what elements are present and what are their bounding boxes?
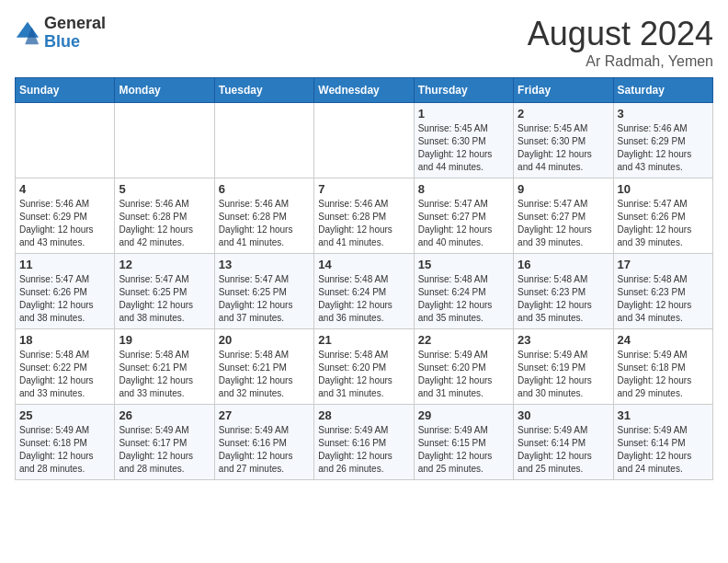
calendar-cell: 31Sunrise: 5:49 AM Sunset: 6:14 PM Dayli…	[613, 405, 712, 480]
day-number: 13	[219, 258, 310, 271]
title-block: August 2024 Ar Radmah, Yemen	[528, 15, 713, 70]
day-number: 18	[19, 333, 110, 347]
calendar-cell: 30Sunrise: 5:49 AM Sunset: 6:14 PM Dayli…	[514, 405, 613, 480]
day-info: Sunrise: 5:49 AM Sunset: 6:16 PM Dayligh…	[219, 424, 310, 476]
day-info: Sunrise: 5:49 AM Sunset: 6:14 PM Dayligh…	[618, 424, 709, 476]
day-number: 4	[19, 182, 110, 196]
day-number: 31	[618, 408, 709, 422]
day-info: Sunrise: 5:46 AM Sunset: 6:29 PM Dayligh…	[618, 122, 709, 174]
calendar-cell: 24Sunrise: 5:49 AM Sunset: 6:18 PM Dayli…	[613, 329, 712, 405]
calendar-cell: 14Sunrise: 5:48 AM Sunset: 6:24 PM Dayli…	[314, 254, 414, 329]
calendar-cell: 23Sunrise: 5:49 AM Sunset: 6:19 PM Dayli…	[514, 329, 613, 405]
day-number: 3	[618, 107, 709, 121]
day-info: Sunrise: 5:45 AM Sunset: 6:30 PM Dayligh…	[418, 122, 509, 174]
calendar-cell: 10Sunrise: 5:47 AM Sunset: 6:26 PM Dayli…	[613, 178, 712, 254]
day-info: Sunrise: 5:48 AM Sunset: 6:21 PM Dayligh…	[119, 349, 210, 400]
calendar-cell: 20Sunrise: 5:48 AM Sunset: 6:21 PM Dayli…	[214, 329, 313, 405]
calendar-cell: 9Sunrise: 5:47 AM Sunset: 6:27 PM Daylig…	[514, 178, 613, 254]
day-number: 27	[219, 408, 310, 422]
day-info: Sunrise: 5:48 AM Sunset: 6:22 PM Dayligh…	[19, 349, 110, 400]
day-info: Sunrise: 5:49 AM Sunset: 6:15 PM Dayligh…	[418, 424, 509, 476]
calendar-cell: 28Sunrise: 5:49 AM Sunset: 6:16 PM Dayli…	[314, 405, 414, 480]
weekday-header: Sunday	[16, 78, 115, 103]
calendar-cell	[214, 103, 313, 178]
calendar-cell: 12Sunrise: 5:47 AM Sunset: 6:25 PM Dayli…	[115, 254, 214, 329]
day-info: Sunrise: 5:49 AM Sunset: 6:20 PM Dayligh…	[418, 349, 509, 400]
day-info: Sunrise: 5:47 AM Sunset: 6:26 PM Dayligh…	[618, 198, 709, 249]
day-number: 6	[219, 182, 310, 196]
calendar-cell: 27Sunrise: 5:49 AM Sunset: 6:16 PM Dayli…	[214, 405, 313, 480]
day-info: Sunrise: 5:49 AM Sunset: 6:16 PM Dayligh…	[318, 424, 409, 476]
day-number: 30	[518, 408, 609, 422]
calendar-cell: 16Sunrise: 5:48 AM Sunset: 6:23 PM Dayli…	[514, 254, 613, 329]
calendar-cell	[115, 103, 214, 178]
day-info: Sunrise: 5:45 AM Sunset: 6:30 PM Dayligh…	[518, 122, 609, 174]
svg-marker-0	[17, 22, 39, 38]
day-info: Sunrise: 5:48 AM Sunset: 6:23 PM Dayligh…	[518, 273, 609, 325]
day-info: Sunrise: 5:48 AM Sunset: 6:23 PM Dayligh…	[618, 273, 709, 325]
weekday-header: Monday	[115, 78, 214, 103]
page-header: General Blue August 2024 Ar Radmah, Yeme…	[15, 15, 713, 70]
weekday-header: Wednesday	[314, 78, 414, 103]
day-info: Sunrise: 5:47 AM Sunset: 6:25 PM Dayligh…	[119, 273, 210, 325]
calendar-cell: 21Sunrise: 5:48 AM Sunset: 6:20 PM Dayli…	[314, 329, 414, 405]
calendar-cell: 22Sunrise: 5:49 AM Sunset: 6:20 PM Dayli…	[414, 329, 513, 405]
calendar-cell: 3Sunrise: 5:46 AM Sunset: 6:29 PM Daylig…	[613, 103, 712, 178]
day-info: Sunrise: 5:49 AM Sunset: 6:14 PM Dayligh…	[518, 424, 609, 476]
calendar-cell: 8Sunrise: 5:47 AM Sunset: 6:27 PM Daylig…	[414, 178, 513, 254]
day-info: Sunrise: 5:47 AM Sunset: 6:25 PM Dayligh…	[219, 273, 310, 325]
calendar-cell: 2Sunrise: 5:45 AM Sunset: 6:30 PM Daylig…	[514, 103, 613, 178]
day-number: 23	[518, 333, 609, 347]
calendar-cell: 18Sunrise: 5:48 AM Sunset: 6:22 PM Dayli…	[16, 329, 115, 405]
day-number: 1	[418, 107, 509, 121]
day-number: 21	[318, 333, 409, 347]
day-number: 15	[418, 258, 509, 271]
day-info: Sunrise: 5:48 AM Sunset: 6:20 PM Dayligh…	[318, 349, 409, 400]
calendar-cell	[16, 103, 115, 178]
calendar-cell: 4Sunrise: 5:46 AM Sunset: 6:29 PM Daylig…	[16, 178, 115, 254]
calendar-week-row: 18Sunrise: 5:48 AM Sunset: 6:22 PM Dayli…	[16, 329, 713, 405]
calendar-cell: 15Sunrise: 5:48 AM Sunset: 6:24 PM Dayli…	[414, 254, 513, 329]
day-number: 9	[518, 182, 609, 196]
day-info: Sunrise: 5:49 AM Sunset: 6:18 PM Dayligh…	[618, 349, 709, 400]
day-number: 5	[119, 182, 210, 196]
day-number: 19	[119, 333, 210, 347]
calendar-cell: 5Sunrise: 5:46 AM Sunset: 6:28 PM Daylig…	[115, 178, 214, 254]
weekday-header: Tuesday	[214, 78, 313, 103]
logo-icon	[15, 20, 40, 46]
weekday-header-row: SundayMondayTuesdayWednesdayThursdayFrid…	[16, 78, 713, 103]
calendar-week-row: 4Sunrise: 5:46 AM Sunset: 6:29 PM Daylig…	[16, 178, 713, 254]
day-info: Sunrise: 5:48 AM Sunset: 6:21 PM Dayligh…	[219, 349, 310, 400]
day-info: Sunrise: 5:46 AM Sunset: 6:28 PM Dayligh…	[119, 198, 210, 249]
day-number: 20	[219, 333, 310, 347]
calendar-week-row: 1Sunrise: 5:45 AM Sunset: 6:30 PM Daylig…	[16, 103, 713, 178]
day-info: Sunrise: 5:49 AM Sunset: 6:19 PM Dayligh…	[518, 349, 609, 400]
logo-general-text: General	[44, 15, 106, 33]
calendar-cell: 6Sunrise: 5:46 AM Sunset: 6:28 PM Daylig…	[214, 178, 313, 254]
location: Ar Radmah, Yemen	[528, 53, 713, 70]
calendar-table: SundayMondayTuesdayWednesdayThursdayFrid…	[15, 77, 713, 480]
calendar-week-row: 11Sunrise: 5:47 AM Sunset: 6:26 PM Dayli…	[16, 254, 713, 329]
calendar-cell: 26Sunrise: 5:49 AM Sunset: 6:17 PM Dayli…	[115, 405, 214, 480]
day-info: Sunrise: 5:47 AM Sunset: 6:26 PM Dayligh…	[19, 273, 110, 325]
calendar-cell	[314, 103, 414, 178]
calendar-cell: 25Sunrise: 5:49 AM Sunset: 6:18 PM Dayli…	[16, 405, 115, 480]
day-number: 25	[19, 408, 110, 422]
logo-blue-text: Blue	[44, 33, 106, 52]
day-info: Sunrise: 5:46 AM Sunset: 6:28 PM Dayligh…	[219, 198, 310, 249]
calendar-cell: 1Sunrise: 5:45 AM Sunset: 6:30 PM Daylig…	[414, 103, 513, 178]
day-info: Sunrise: 5:48 AM Sunset: 6:24 PM Dayligh…	[418, 273, 509, 325]
day-number: 10	[618, 182, 709, 196]
weekday-header: Friday	[514, 78, 613, 103]
calendar-cell: 11Sunrise: 5:47 AM Sunset: 6:26 PM Dayli…	[16, 254, 115, 329]
logo: General Blue	[15, 15, 106, 52]
calendar-cell: 7Sunrise: 5:46 AM Sunset: 6:28 PM Daylig…	[314, 178, 414, 254]
calendar-cell: 13Sunrise: 5:47 AM Sunset: 6:25 PM Dayli…	[214, 254, 313, 329]
day-number: 22	[418, 333, 509, 347]
day-number: 14	[318, 258, 409, 271]
day-number: 8	[418, 182, 509, 196]
day-info: Sunrise: 5:47 AM Sunset: 6:27 PM Dayligh…	[518, 198, 609, 249]
calendar-cell: 17Sunrise: 5:48 AM Sunset: 6:23 PM Dayli…	[613, 254, 712, 329]
day-number: 16	[518, 258, 609, 271]
logo-text: General Blue	[44, 15, 106, 52]
